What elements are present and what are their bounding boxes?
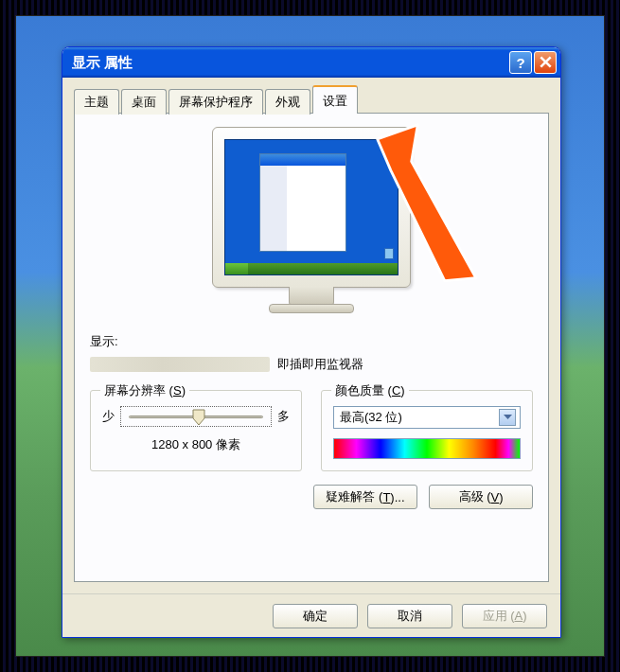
- monitor-preview: [204, 127, 419, 316]
- display-value: 即插即用监视器: [90, 356, 533, 373]
- resolution-group: 屏幕分辨率 (S) 少 多: [90, 390, 302, 471]
- slider-thumb-icon[interactable]: [192, 409, 205, 426]
- monitor-base: [269, 304, 354, 313]
- ok-button[interactable]: 确定: [273, 604, 358, 628]
- preview-shield-icon: [384, 248, 394, 259]
- advanced-button[interactable]: 高级 (V): [429, 485, 533, 509]
- troubleshoot-button[interactable]: 疑难解答 (T)...: [313, 485, 417, 509]
- preview-window-icon: [259, 153, 346, 252]
- monitor-stand: [289, 287, 334, 306]
- dialog-button-bar: 确定 取消 应用 (A): [62, 593, 560, 637]
- monitor-screen: [224, 139, 399, 275]
- window-title: 显示 属性: [72, 54, 509, 72]
- close-icon: [540, 55, 552, 71]
- apply-button: 应用 (A): [462, 604, 547, 628]
- resolution-slider[interactable]: [120, 406, 272, 427]
- resolution-value: 1280 x 800 像素: [102, 436, 290, 453]
- outer-frame: 显示 属性 ? 主题 桌面 屏幕保护程序: [0, 0, 620, 672]
- display-monitor-name: 即插即用监视器: [277, 356, 363, 373]
- tab-body: 显示: 即插即用监视器 屏幕分辨率 (S) 少: [74, 113, 549, 582]
- display-label: 显示:: [90, 333, 533, 350]
- display-adapter-redacted: [90, 357, 270, 372]
- color-quality-group: 颜色质量 (C) 最高(32 位): [321, 390, 533, 471]
- resolution-group-title: 屏幕分辨率 (S): [100, 382, 189, 399]
- tab-screensaver[interactable]: 屏幕保护程序: [168, 89, 263, 115]
- settings-groups: 屏幕分辨率 (S) 少 多: [90, 390, 533, 471]
- resolution-slider-row: 少 多: [102, 406, 290, 427]
- color-quality-dropdown[interactable]: 最高(32 位): [333, 406, 521, 429]
- desktop-background: 显示 属性 ? 主题 桌面 屏幕保护程序: [15, 15, 605, 657]
- titlebar-buttons: ?: [509, 51, 557, 74]
- color-quality-selected: 最高(32 位): [340, 409, 499, 426]
- help-icon: ?: [516, 55, 524, 71]
- cancel-button[interactable]: 取消: [367, 604, 452, 628]
- titlebar[interactable]: 显示 属性 ?: [62, 47, 560, 78]
- tabstrip: 主题 桌面 屏幕保护程序 外观 设置: [74, 87, 549, 114]
- monitor-preview-wrap: [90, 127, 533, 316]
- close-button[interactable]: [534, 51, 557, 74]
- tab-desktop[interactable]: 桌面: [121, 89, 167, 115]
- client-area: 主题 桌面 屏幕保护程序 外观 设置: [62, 78, 560, 593]
- color-quality-title: 颜色质量 (C): [331, 382, 409, 399]
- display-properties-window: 显示 属性 ? 主题 桌面 屏幕保护程序: [62, 46, 561, 638]
- color-spectrum-preview: [333, 438, 521, 459]
- slider-label-more: 多: [277, 408, 290, 425]
- tab-themes[interactable]: 主题: [74, 89, 119, 115]
- help-button[interactable]: ?: [509, 51, 532, 74]
- monitor-case: [212, 127, 411, 288]
- slider-label-less: 少: [102, 408, 115, 425]
- preview-taskbar-icon: [225, 263, 398, 274]
- tab-appearance[interactable]: 外观: [265, 89, 310, 115]
- tab-settings[interactable]: 设置: [312, 85, 358, 114]
- chevron-down-icon: [499, 409, 516, 426]
- advanced-buttons-row: 疑难解答 (T)... 高级 (V): [90, 485, 533, 509]
